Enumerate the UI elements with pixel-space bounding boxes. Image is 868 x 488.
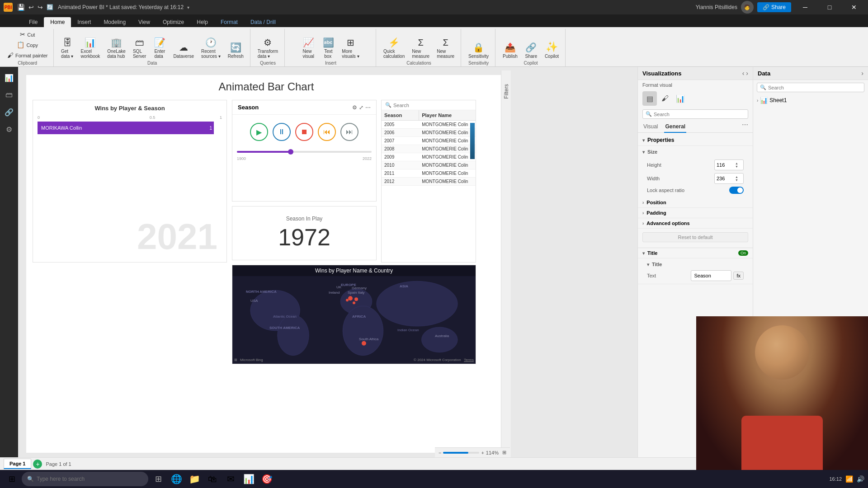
viz-expand-right[interactable]: › [746,70,748,77]
bar-chart-visual[interactable]: Wins by Player & Season 0 0.5 1 MORIKAWA… [33,100,227,263]
undo-qa-btn[interactable]: ↩ [28,3,35,12]
width-input[interactable] [715,175,735,182]
taskbar-sound[interactable]: 🔊 [857,475,864,483]
table-row[interactable]: 2011MONTGOMERIE Colin [382,169,476,178]
share-button[interactable]: 🔗 Share [757,2,791,12]
padding-section[interactable]: › Padding [638,208,753,218]
tab-visual[interactable]: Visual [642,121,659,133]
save-qa-btn[interactable]: 💾 [16,3,26,12]
cut-button[interactable]: ✂Cut [5,30,50,40]
map-visual[interactable]: Wins by Player Name & Country [232,265,476,364]
tab-help[interactable]: Help [190,17,214,27]
prev-button[interactable]: ⏮ [318,123,336,141]
taskbar-explorer[interactable]: 📁 [186,471,203,487]
left-icon-dax[interactable]: ⚙ [2,122,16,136]
text-box-button[interactable]: 🔤Textbox [319,35,337,61]
season-slicer[interactable]: Season ⚙ ⤢ ⋯ ▶ ⏸ ⏹ ⏮ ⏭ [232,100,377,202]
tab-home[interactable]: Home [44,17,71,27]
taskbar-task-view[interactable]: ⊞ [150,471,166,487]
general-more-icon[interactable]: ⋯ [742,121,748,132]
taskbar-store[interactable]: 🛍 [204,471,221,487]
filters-sidebar[interactable]: Filters [501,70,511,457]
taskbar-app1[interactable]: 📊 [241,471,257,487]
tab-general[interactable]: General [664,121,686,133]
tab-data-drill[interactable]: Data / Drill [244,17,282,27]
season-expand-icon[interactable]: ⤢ [359,104,363,111]
width-down[interactable]: ▼ [735,178,741,182]
maximize-button[interactable]: □ [819,0,840,14]
new-visual-button[interactable]: 📈Newvisual [299,35,317,61]
size-header[interactable]: ▾ Size [638,147,753,157]
season-more-icon[interactable]: ⋯ [365,104,371,111]
lock-aspect-toggle[interactable] [729,187,744,194]
viz-search-input[interactable] [654,112,745,117]
viz-expand-left[interactable]: ‹ [742,70,745,77]
format-painter-button[interactable]: 🖌Format painter [5,51,50,61]
taskbar-network[interactable]: 📶 [845,475,853,483]
new-measure-button[interactable]: ΣNewmeasure [409,36,432,61]
share-ribbon-button[interactable]: 🔗Share [522,40,540,61]
width-up[interactable]: ▲ [735,175,741,178]
tab-format[interactable]: Format [214,17,244,27]
get-data-button[interactable]: 🗄Getdata ▾ [58,36,76,61]
taskbar-search-input[interactable] [37,476,143,482]
title-sub-header[interactable]: ▾ Title [638,260,753,269]
height-input[interactable] [715,161,735,169]
title-dropdown[interactable]: ▾ [187,5,189,10]
title-text-input[interactable] [691,270,731,281]
zoom-slider[interactable] [443,452,479,454]
table-row[interactable]: 2010MONTGOMERIE Colin [382,161,476,169]
taskbar-start[interactable]: ⊞ [4,471,20,487]
minimize-button[interactable]: ─ [795,0,816,14]
taskbar-edge[interactable]: 🌐 [168,471,184,487]
fit-page-icon[interactable]: ⊞ [502,450,506,455]
tab-insert[interactable]: Insert [71,17,97,27]
format-icon-brush[interactable]: 🖌 [658,91,672,106]
properties-header[interactable]: ▾ Properties [638,135,753,146]
position-section[interactable]: › Position [638,197,753,208]
table-row[interactable]: 2006MONTGOMERIE Colin [382,129,476,137]
redo-qa-btn[interactable]: ↪ [37,3,44,12]
tab-file[interactable]: File [23,17,44,27]
tab-modeling[interactable]: Modeling [97,17,132,27]
new-measure2-button[interactable]: ΣNewmeasure [434,36,457,61]
table-search-input[interactable] [393,103,472,108]
title-section-header[interactable]: ▾ Title On [638,248,753,258]
height-up[interactable]: ▲ [735,162,741,165]
recent-sources-button[interactable]: 🕐Recentsources ▾ [198,35,223,61]
format-icon-bars[interactable]: ▤ [642,91,657,106]
page-tab-1[interactable]: Page 1 [4,459,31,469]
add-page-button[interactable]: + [33,460,42,469]
filters-label[interactable]: Filters [503,84,509,99]
excel-button[interactable]: 📊Excelworkbook [78,35,103,61]
refresh-button[interactable]: 🔄Refresh [225,40,246,61]
zoom-in-icon[interactable]: + [481,450,484,455]
transform-data-button[interactable]: ⚙Transformdata ▾ [255,35,281,61]
map-terms-link[interactable]: Terms [464,358,474,362]
table-row[interactable]: 2012MONTGOMERIE Colin [382,178,476,186]
play-button[interactable]: ▶ [250,123,268,141]
table-row[interactable]: 2005MONTGOMERIE Colin [382,121,476,129]
reset-default-button[interactable]: Reset to default [642,232,748,242]
zoom-out-icon[interactable]: − [439,450,441,455]
sensitivity-button[interactable]: 🔒Sensitivity [466,40,491,61]
stop-button[interactable]: ⏹ [295,123,313,141]
left-icon-model[interactable]: 🔗 [2,105,16,119]
data-tree-sheet1[interactable]: › 📊 Sheet1 [753,95,868,106]
table-visual[interactable]: 🔍 Season Player Name 2005MONTGOMERIE Col… [381,100,476,263]
table-row[interactable]: 2009MONTGOMERIE Colin [382,153,476,161]
left-icon-data[interactable]: 🗃 [2,88,16,102]
enter-data-button[interactable]: 📝Enterdata [151,35,169,61]
sql-button[interactable]: 🗃SQLServer [130,36,149,61]
next-button[interactable]: ⏭ [340,123,359,141]
data-search-input[interactable] [768,85,861,90]
auto-save-icon[interactable]: 🔄 [46,3,54,11]
copilot-button[interactable]: ✨Copilot [542,39,561,61]
height-down[interactable]: ▼ [735,165,741,168]
taskbar-mail[interactable]: ✉ [222,471,239,487]
more-visuals-button[interactable]: ⊞Morevisuals ▾ [339,35,362,61]
title-fx-button[interactable]: fx [733,272,744,280]
tab-view[interactable]: View [132,17,156,27]
zoom-control[interactable]: − + 114% ⊞ [435,447,510,457]
advanced-options-section[interactable]: › Advanced options [638,218,753,229]
